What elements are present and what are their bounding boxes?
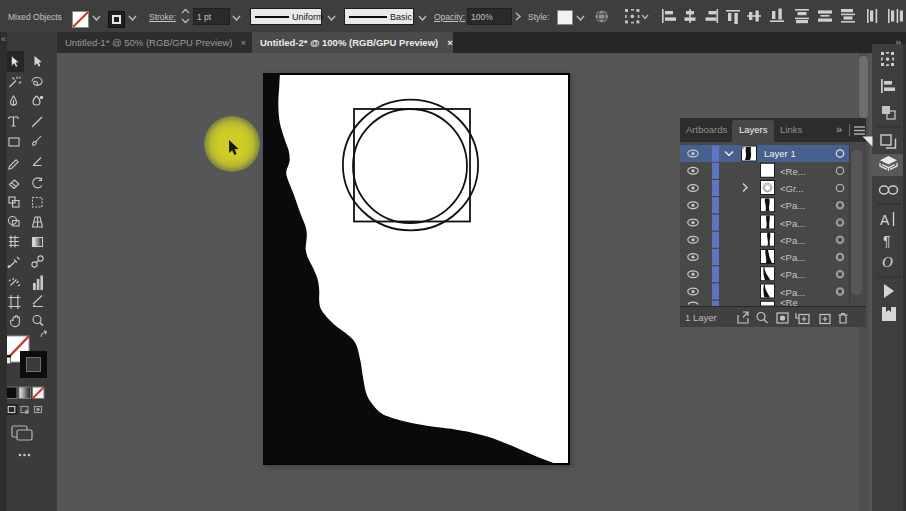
svg-text:A: A	[880, 212, 890, 228]
svg-text:¶: ¶	[883, 233, 891, 249]
svg-text:<Pa...: <Pa...	[780, 269, 805, 280]
svg-text:Layer 1: Layer 1	[764, 148, 796, 159]
svg-text:<Pa...: <Pa...	[780, 218, 805, 229]
svg-text:<Re...: <Re...	[780, 166, 806, 177]
svg-text:<Pa...: <Pa...	[780, 287, 805, 298]
svg-text:<Pa...: <Pa...	[780, 252, 805, 263]
svg-text:O: O	[882, 254, 893, 270]
svg-text:<Re: <Re	[780, 297, 798, 306]
svg-text:<Gr...: <Gr...	[780, 183, 804, 194]
svg-text:<Pa...: <Pa...	[780, 235, 805, 246]
svg-text:<Pa...: <Pa...	[780, 200, 805, 211]
